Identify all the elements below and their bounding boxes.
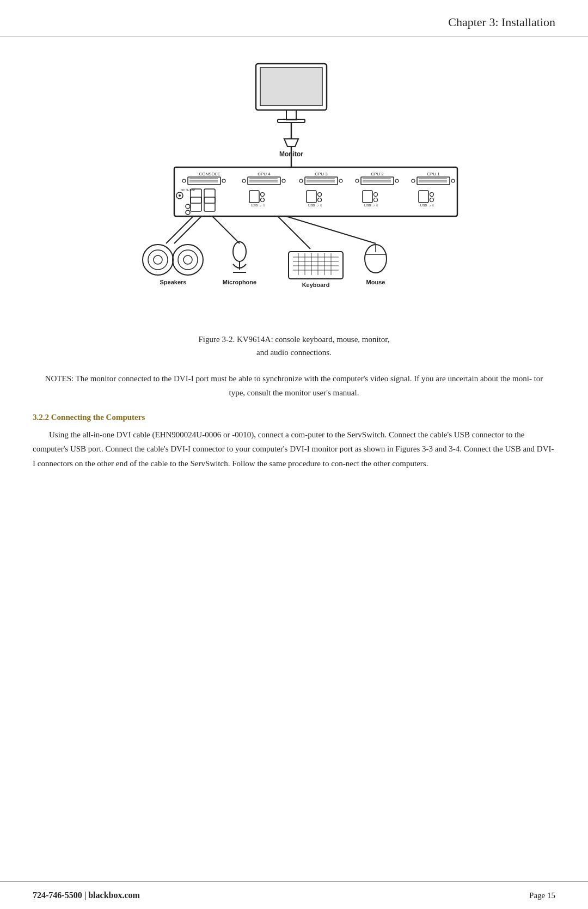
svg-text:♪ ♫: ♪ ♫: [260, 204, 265, 207]
svg-text:CPU 3: CPU 3: [315, 172, 328, 176]
diagram-container: Monitor CONSOLE CPU 4: [33, 58, 555, 322]
figure-caption-line1: Figure 3-2. KV9614A: console keyboard, m…: [33, 333, 555, 346]
svg-rect-89: [289, 252, 343, 279]
page-header: Chapter 3: Installation: [0, 0, 588, 36]
svg-line-74: [174, 216, 201, 243]
svg-rect-1: [260, 68, 322, 106]
svg-point-79: [148, 250, 168, 270]
svg-line-77: [286, 216, 376, 243]
main-content: Monitor CONSOLE CPU 4: [0, 36, 588, 471]
svg-line-75: [212, 216, 240, 243]
svg-rect-2: [286, 110, 296, 120]
svg-text:♪ ♫: ♪ ♫: [373, 204, 378, 207]
svg-point-81: [173, 245, 203, 275]
svg-marker-5: [284, 139, 298, 147]
svg-text:Mouse: Mouse: [366, 279, 385, 285]
section-322-body: Using the all-in-one DVI cable (EHN90002…: [33, 428, 555, 471]
svg-text:CONSOLE: CONSOLE: [199, 172, 220, 176]
footer-contact: 724-746-5500 | blackbox.com: [33, 890, 140, 900]
svg-text:♪ ♫: ♪ ♫: [317, 204, 322, 207]
svg-point-46: [179, 194, 181, 197]
svg-text:USB: USB: [420, 204, 427, 207]
svg-point-83: [183, 255, 192, 264]
svg-text:Speakers: Speakers: [160, 279, 187, 285]
notes-block: NOTES: The monitor connected to the DVI-…: [44, 372, 544, 400]
svg-rect-3: [278, 119, 305, 123]
section-322: 3.2.2 Connecting the Computers Using the…: [33, 413, 555, 471]
footer-page: Page 15: [529, 891, 555, 900]
svg-text:CPU 4: CPU 4: [258, 172, 271, 176]
svg-text:USB: USB: [364, 204, 371, 207]
svg-point-78: [143, 245, 173, 275]
svg-point-80: [154, 255, 162, 264]
chapter-title: Chapter 3: Installation: [448, 15, 555, 29]
svg-text:CPU 2: CPU 2: [371, 172, 384, 176]
svg-point-85: [233, 242, 246, 261]
figure-caption: Figure 3-2. KV9614A: console keyboard, m…: [33, 333, 555, 359]
svg-point-82: [178, 250, 198, 270]
svg-text:Keyboard: Keyboard: [302, 282, 330, 288]
svg-text:Microphone: Microphone: [223, 279, 256, 285]
page-footer: 724-746-5500 | blackbox.com Page 15: [0, 881, 588, 909]
svg-line-76: [278, 216, 310, 249]
diagram-svg: Monitor CONSOLE CPU 4: [109, 58, 479, 322]
section-322-heading: 3.2.2 Connecting the Computers: [33, 413, 555, 422]
svg-text:CPU 1: CPU 1: [427, 172, 440, 176]
svg-text:USB: USB: [251, 204, 258, 207]
svg-text:♪ ♫: ♪ ♫: [429, 204, 434, 207]
svg-line-73: [166, 216, 193, 243]
figure-caption-line2: and audio connections.: [33, 346, 555, 359]
svg-text:USB: USB: [308, 204, 315, 207]
notes-text: NOTES: The monitor connected to the DVI-…: [44, 372, 544, 400]
